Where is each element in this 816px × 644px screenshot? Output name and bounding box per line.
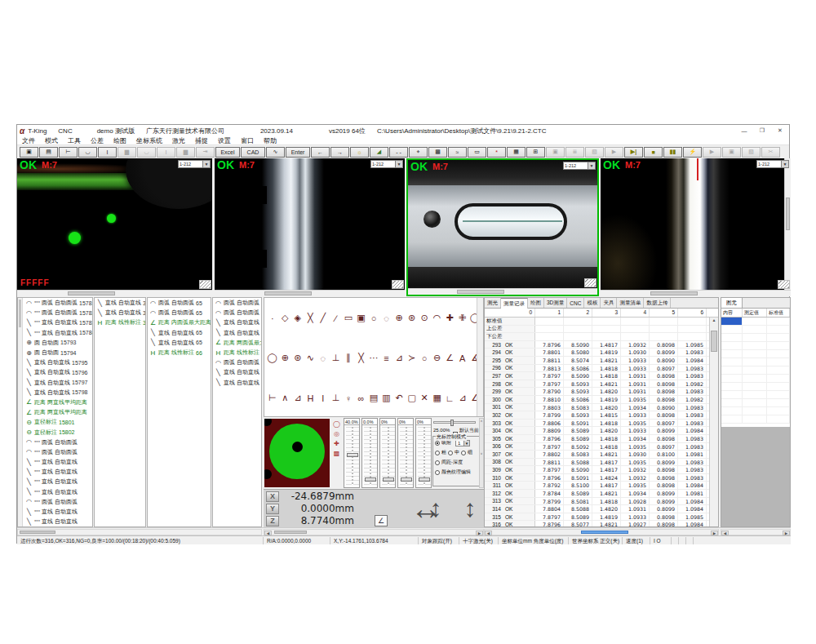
toolbar-blank-frame-button[interactable]: ▭ bbox=[468, 147, 486, 158]
palette-tool-icon[interactable]: ◌ bbox=[381, 313, 392, 323]
element-cell[interactable] bbox=[767, 391, 790, 398]
element-hscrollbar[interactable]: ◀ ▶ bbox=[721, 529, 791, 535]
toolbar-probe-down-2-button[interactable]: ◡ bbox=[137, 147, 156, 158]
element-cell[interactable] bbox=[767, 407, 790, 415]
tab-item[interactable]: 模板 bbox=[584, 298, 601, 308]
camera1-resize-handle[interactable] bbox=[199, 280, 211, 289]
toolbar-enter-button[interactable]: Enter bbox=[286, 147, 310, 158]
radio-depth[interactable]: 间距-深度 bbox=[435, 459, 477, 466]
menu-item[interactable]: 绘图 bbox=[109, 136, 131, 145]
element-cell[interactable] bbox=[767, 318, 790, 325]
table-row[interactable]: 309OK7.87978.50901.48171.09320.80981.098… bbox=[485, 466, 718, 474]
measure-item[interactable]: Η距离线性标注66 bbox=[148, 348, 211, 358]
toolbar-laser-star-button[interactable]: * bbox=[487, 147, 506, 158]
element-cell[interactable] bbox=[767, 334, 790, 341]
element-cell[interactable] bbox=[743, 358, 767, 366]
palette-tool-icon[interactable]: ∞ bbox=[356, 393, 367, 403]
element-cell[interactable] bbox=[767, 375, 790, 382]
element-row[interactable] bbox=[721, 407, 790, 415]
palette-tool-icon[interactable]: ╳ bbox=[305, 313, 317, 323]
toolbar-save-button[interactable]: ▣ bbox=[20, 147, 38, 158]
table-row[interactable]: 303OK7.88068.50911.48181.09350.80971.098… bbox=[485, 420, 718, 428]
toolbar-open-3-button[interactable]: ▧ bbox=[742, 147, 761, 158]
toolbar-image-view-button[interactable]: ◢ bbox=[370, 147, 388, 158]
measure-item[interactable]: ╲直线自动直线55 bbox=[213, 318, 261, 327]
element-cell[interactable] bbox=[721, 334, 743, 341]
measure-item[interactable]: ╲直线自动直线15797 bbox=[24, 378, 92, 388]
slider-thumb[interactable] bbox=[347, 453, 358, 457]
tab-item[interactable]: 绘图 bbox=[528, 298, 544, 308]
palette-tool-icon[interactable]: ⊿ bbox=[457, 393, 468, 403]
ring-segment-icon[interactable]: ▩ bbox=[334, 450, 340, 457]
table-column-header[interactable]: 5 bbox=[650, 309, 678, 317]
palette-tool-icon[interactable]: ⊥ bbox=[330, 353, 342, 363]
toolbar-plot-button[interactable]: ∿ bbox=[266, 147, 285, 158]
palette-tool-icon[interactable]: ⋯ bbox=[368, 353, 379, 363]
element-cell[interactable] bbox=[721, 350, 743, 358]
radio-icon[interactable] bbox=[435, 441, 440, 446]
element-row[interactable] bbox=[721, 366, 790, 375]
table-row[interactable]: 307OK7.88028.50831.48211.09300.81001.098… bbox=[485, 451, 718, 459]
measure-item[interactable]: Η距离线性标注34 bbox=[95, 318, 145, 327]
camera-view-1[interactable]: OK M:7 FFFFF 1-212 ▼ bbox=[17, 158, 212, 296]
element-cell[interactable] bbox=[721, 415, 743, 423]
measure-item[interactable]: ⊕圆自动圆15794 bbox=[24, 348, 92, 358]
element-cell[interactable] bbox=[721, 358, 743, 366]
palette-tool-icon[interactable]: ⊿ bbox=[393, 353, 405, 363]
measure-item[interactable]: ╲直线自动直线15796 bbox=[24, 367, 92, 377]
ring-segment-icon[interactable]: ✚ bbox=[334, 440, 339, 447]
measure-item[interactable]: ∠距离两直线平均距离 bbox=[24, 398, 92, 407]
element-cell[interactable] bbox=[721, 391, 743, 398]
camera4-zoom-select[interactable]: 1-212 ▼ bbox=[756, 160, 789, 168]
table-row[interactable]: 315OK7.87978.50891.48191.09330.80981.098… bbox=[485, 513, 718, 522]
table-column-header[interactable]: 0 bbox=[485, 309, 535, 317]
measure-item[interactable]: ⊕圆自动圆15793 bbox=[24, 338, 92, 348]
light-slider[interactable]: 40.0% bbox=[344, 418, 360, 488]
measure-item[interactable]: ╲***直线自动直线 bbox=[24, 477, 92, 486]
palette-tool-icon[interactable]: ∥ bbox=[343, 353, 354, 363]
table-row[interactable]: 311OK7.87928.51001.48171.09350.80981.098… bbox=[485, 482, 718, 490]
measure-item[interactable]: ╲直线自动直线65 bbox=[148, 328, 211, 338]
element-row[interactable] bbox=[721, 399, 790, 407]
tab-item[interactable]: 测光 bbox=[485, 298, 501, 308]
palette-tool-icon[interactable]: ✙ bbox=[457, 313, 468, 323]
element-column-header[interactable]: 内容 bbox=[721, 309, 743, 317]
tab-item[interactable]: 夹具 bbox=[601, 298, 617, 308]
toolbar-forward-button[interactable]: → bbox=[330, 147, 349, 158]
table-row[interactable]: 313OK7.87998.50811.48181.09280.80991.098… bbox=[485, 498, 718, 506]
element-cell[interactable] bbox=[767, 326, 790, 333]
table-row[interactable]: 294OK7.88018.50801.48191.09300.80991.098… bbox=[485, 349, 718, 357]
palette-tool-icon[interactable]: ◈ bbox=[292, 313, 304, 323]
lists-hscrollbar[interactable] bbox=[17, 529, 262, 535]
table-column-header[interactable]: 2 bbox=[564, 309, 592, 317]
toolbar-probe-down-button[interactable]: ◡ bbox=[78, 147, 97, 158]
element-cell[interactable] bbox=[743, 342, 767, 349]
element-cell[interactable] bbox=[767, 350, 790, 358]
measure-list-1-vscrollbar[interactable] bbox=[18, 298, 23, 526]
camera3-zoom-select[interactable]: 1-212 ▼ bbox=[563, 162, 596, 170]
palette-tool-icon[interactable]: ⊕ bbox=[280, 353, 291, 363]
element-cell[interactable] bbox=[767, 358, 790, 366]
element-cell[interactable] bbox=[743, 383, 767, 390]
table-special-row[interactable]: 下公差 bbox=[485, 333, 718, 341]
table-row[interactable]: 299OK7.87908.50931.48201.09310.80981.098… bbox=[485, 388, 718, 396]
measure-item[interactable]: Η距离线性标注55 bbox=[213, 348, 261, 358]
element-cell[interactable] bbox=[743, 318, 767, 325]
camera-view-3-active[interactable]: OK M:7 1-212 ▼ bbox=[406, 158, 599, 296]
toolbar-step-move-button[interactable]: ⇥ bbox=[196, 147, 215, 158]
toolbar-pause-button[interactable]: ▮▮ bbox=[663, 147, 682, 158]
element-cell[interactable] bbox=[721, 375, 743, 382]
element-cell[interactable] bbox=[743, 366, 767, 374]
element-cell[interactable] bbox=[721, 366, 743, 374]
chevron-down-icon[interactable]: ▼ bbox=[588, 162, 595, 169]
element-cell[interactable] bbox=[743, 326, 767, 333]
ring-segment-icon[interactable]: ◯ bbox=[333, 420, 340, 428]
tab-element[interactable]: 图元 bbox=[721, 298, 743, 308]
palette-tool-icon[interactable]: ◇ bbox=[280, 313, 291, 323]
toolbar-cut-button[interactable]: ✂ bbox=[761, 147, 780, 158]
master-slider[interactable] bbox=[433, 421, 476, 424]
element-cell[interactable] bbox=[767, 383, 790, 390]
table-vscrollbar[interactable]: ▲ bbox=[709, 318, 718, 526]
measure-list-2[interactable]: ╲直线自动直线34╲直线自动直线34Η距离线性标注34 bbox=[94, 297, 146, 527]
element-row[interactable] bbox=[721, 375, 790, 383]
